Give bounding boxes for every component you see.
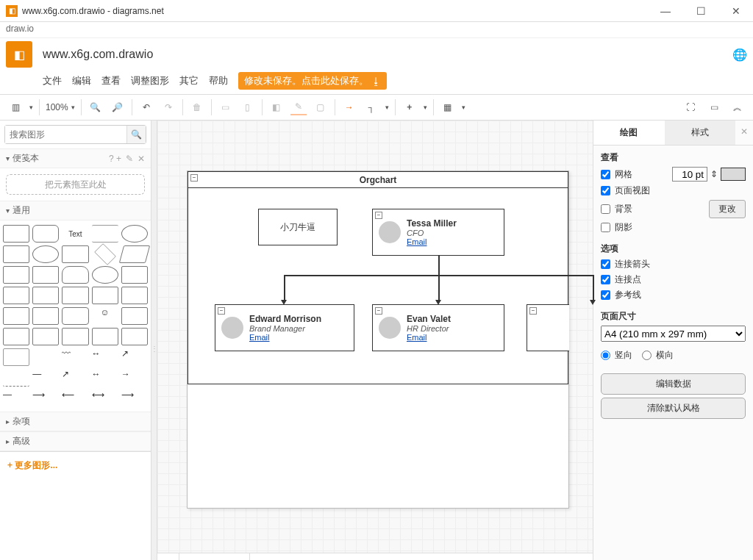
fold-icon[interactable]: −	[375, 307, 382, 315]
shape-cube[interactable]	[92, 328, 118, 345]
shape-circle[interactable]	[32, 245, 59, 263]
shape-tri[interactable]	[32, 266, 59, 284]
email-link[interactable]: Email	[407, 333, 451, 342]
chevron-down-icon[interactable]: ▾	[29, 104, 33, 111]
menu-edit[interactable]: 编辑	[72, 74, 91, 87]
shape-callout[interactable]	[62, 307, 88, 325]
menu-adjust[interactable]: 调整图形	[131, 74, 169, 87]
node-1[interactable]: 小刀牛逼	[258, 209, 338, 245]
fullscreen-icon[interactable]: ⛶	[682, 99, 699, 115]
email-link[interactable]: Email	[249, 333, 321, 342]
fill-icon[interactable]: ◧	[268, 99, 285, 115]
shape-ellipse[interactable]	[121, 225, 148, 243]
search-input[interactable]	[5, 126, 126, 143]
waypoint-icon[interactable]: ┐	[363, 99, 379, 115]
globe-icon[interactable]: 🌐	[732, 48, 747, 62]
pageview-checkbox[interactable]: 页面视图	[601, 184, 746, 197]
delete-icon[interactable]: 🗑	[189, 99, 205, 115]
pages-menu-icon[interactable]: ⋮	[157, 553, 179, 560]
shape-dash[interactable]	[3, 369, 29, 387]
shape-ld[interactable]: ⟷	[92, 390, 118, 407]
collapse-icon[interactable]: ︽	[729, 99, 746, 115]
guide-checkbox[interactable]: 参考线	[601, 289, 746, 301]
shape-b[interactable]	[32, 287, 59, 304]
node-cfo[interactable]: − Tessa Miller CFO Email	[372, 209, 504, 256]
fold-icon[interactable]: −	[218, 307, 225, 315]
shape-cloud[interactable]	[92, 266, 118, 284]
edit-icon[interactable]: ✎	[126, 154, 133, 164]
undo-icon[interactable]: ↶	[138, 99, 154, 115]
close-button[interactable]: ✕	[725, 5, 747, 17]
general-header[interactable]: ▾通用	[0, 201, 151, 220]
menu-view[interactable]: 查看	[101, 74, 121, 87]
chevron-down-icon[interactable]: ▾	[385, 104, 389, 111]
advanced-header[interactable]: ▸高级	[0, 431, 151, 451]
unsaved-warning[interactable]: 修改未保存。点击此处保存。 ⭳	[238, 72, 387, 90]
node-partial[interactable]: −	[527, 304, 569, 351]
redo-icon[interactable]: ↷	[160, 99, 176, 115]
shape-l3[interactable]: ↔	[92, 369, 118, 387]
shape-actor[interactable]: ☺	[92, 307, 118, 325]
minimize-button[interactable]: —	[654, 5, 677, 17]
menu-other[interactable]: 其它	[179, 74, 199, 87]
shape-square[interactable]	[3, 245, 29, 263]
conn-arrow-checkbox[interactable]: 连接箭头	[601, 258, 746, 270]
conn-point-checkbox[interactable]: 连接点	[601, 273, 746, 286]
shadow-checkbox[interactable]: 阴影	[601, 221, 746, 234]
shape-lb[interactable]: ⟶	[32, 390, 59, 407]
shape-list2[interactable]	[32, 348, 59, 366]
layout-icon[interactable]: ▥	[7, 99, 24, 115]
format-icon[interactable]: ▭	[706, 99, 722, 115]
shape-biarrow[interactable]: ↔	[92, 348, 118, 366]
background-checkbox[interactable]: 背景更改	[601, 200, 746, 218]
zoom-out-icon[interactable]: 🔎	[110, 99, 126, 115]
search-icon[interactable]: 🔍	[126, 126, 146, 143]
grid-color-swatch[interactable]	[721, 168, 746, 181]
shape-textbox[interactable]	[92, 225, 118, 243]
node-hr[interactable]: − Evan Valet HR Director Email	[372, 304, 504, 351]
shape-le[interactable]: ⟶	[121, 390, 148, 407]
shape-e[interactable]	[121, 287, 148, 304]
change-bg-button[interactable]: 更改	[709, 200, 746, 218]
shape-d[interactable]	[92, 287, 118, 304]
shape-a[interactable]	[3, 287, 29, 304]
chevron-down-icon[interactable]: ▾	[424, 104, 427, 111]
fold-icon[interactable]: −	[529, 307, 537, 315]
chevron-down-icon[interactable]: ▾	[71, 104, 75, 111]
shape-doc[interactable]	[121, 266, 148, 284]
shape-g[interactable]	[32, 307, 59, 325]
shape-list[interactable]	[3, 348, 29, 366]
orgchart-container[interactable]: − Orgchart 小刀牛逼 − Tessa Miller CFO Email	[188, 171, 568, 384]
grid-step-icon[interactable]: ⇕	[710, 169, 718, 179]
close-icon[interactable]: ✕	[138, 154, 145, 164]
grid-checkbox[interactable]: 网格 ⇕	[601, 167, 746, 182]
tab-style[interactable]: 样式	[665, 121, 736, 145]
zoom-in-icon[interactable]: 🔍	[88, 99, 104, 115]
tab-draw[interactable]: 绘图	[593, 121, 665, 145]
fold-icon[interactable]: −	[375, 212, 382, 219]
shape-cyl[interactable]	[62, 266, 88, 284]
shape-lc[interactable]: ⟵	[62, 390, 88, 407]
maximize-button[interactable]: ☐	[690, 5, 712, 17]
shape-diamond[interactable]	[94, 243, 116, 265]
pagesize-select[interactable]: A4 (210 mm x 297 mm)	[601, 326, 746, 342]
chevron-down-icon[interactable]: ▾	[462, 104, 465, 111]
shape-arrow[interactable]: ↗	[121, 348, 148, 366]
back-icon[interactable]: ▯	[240, 99, 256, 115]
zoom-value[interactable]: 100%	[46, 102, 68, 112]
menu-help[interactable]: 帮助	[209, 74, 228, 87]
edit-data-button[interactable]: 编辑数据	[601, 373, 746, 395]
table-icon[interactable]: ▦	[440, 99, 456, 115]
shape-process[interactable]	[62, 245, 88, 263]
shadow-icon[interactable]: ▢	[313, 99, 329, 115]
shape-c[interactable]	[62, 287, 88, 304]
shape-l2[interactable]: ↗	[62, 369, 88, 387]
connection-icon[interactable]: →	[341, 99, 357, 115]
scratchpad-dropzone[interactable]: 把元素拖至此处	[6, 174, 145, 195]
misc-header[interactable]: ▸杂项	[0, 412, 151, 431]
front-icon[interactable]: ▭	[218, 99, 234, 115]
shape-text[interactable]: Text	[62, 225, 88, 243]
shape-f[interactable]	[3, 307, 29, 325]
more-shapes[interactable]: + 更多图形...	[0, 451, 151, 479]
shape-roundrect[interactable]	[32, 225, 59, 243]
